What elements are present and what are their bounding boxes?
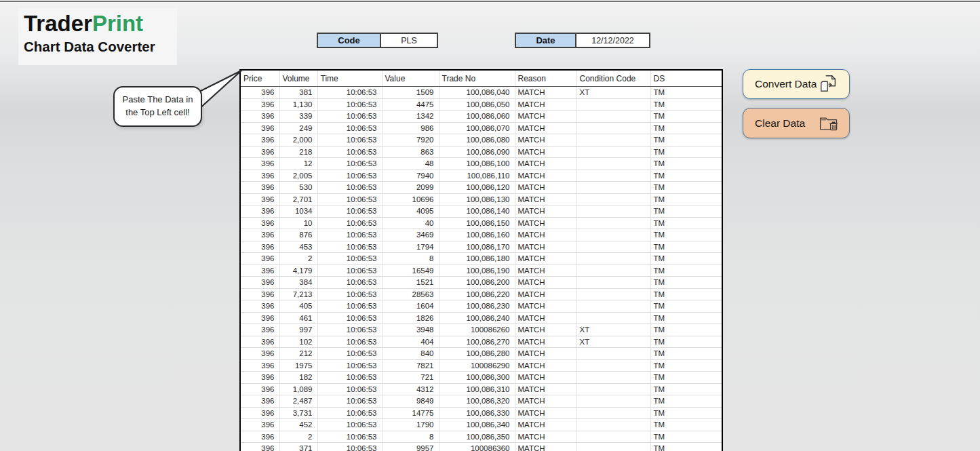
cell-ds[interactable]: TM [650, 383, 722, 395]
cell-price[interactable]: 396 [241, 146, 279, 158]
cell-condition-code[interactable] [576, 253, 650, 265]
cell-reason[interactable]: MATCH [515, 217, 576, 229]
cell-reason[interactable]: MATCH [515, 407, 576, 419]
cell-trade-no[interactable]: 100,086,220 [439, 288, 515, 300]
cell-volume[interactable]: 405 [279, 300, 317, 313]
cell-price[interactable]: 396 [241, 111, 279, 123]
cell-value[interactable]: 7920 [382, 134, 439, 146]
cell-reason[interactable]: MATCH [515, 443, 576, 451]
cell-volume[interactable]: 530 [279, 182, 317, 194]
cell-condition-code[interactable] [576, 229, 650, 241]
cell-reason[interactable]: MATCH [515, 383, 576, 395]
cell-volume[interactable]: 3,731 [279, 407, 317, 419]
cell-ds[interactable]: TM [650, 407, 722, 419]
cell-value[interactable]: 3948 [382, 324, 439, 336]
cell-price[interactable]: 396 [241, 348, 279, 360]
cell-volume[interactable]: 102 [279, 336, 317, 348]
cell-value[interactable]: 8 [382, 431, 439, 443]
cell-time[interactable]: 10:06:53 [317, 336, 382, 348]
cell-ds[interactable]: TM [650, 431, 722, 443]
cell-reason[interactable]: MATCH [515, 419, 576, 431]
cell-price[interactable]: 396 [241, 229, 279, 241]
cell-trade-no[interactable]: 100,086,180 [439, 253, 515, 265]
cell-trade-no[interactable]: 100,086,040 [439, 87, 515, 99]
cell-ds[interactable]: TM [650, 395, 722, 408]
cell-ds[interactable]: TM [650, 87, 722, 99]
cell-time[interactable]: 10:06:53 [317, 288, 382, 300]
cell-condition-code[interactable] [576, 205, 650, 218]
cell-ds[interactable]: TM [650, 419, 722, 431]
cell-trade-no[interactable]: 100,086,200 [439, 277, 515, 289]
cell-ds[interactable]: TM [650, 443, 722, 451]
cell-volume[interactable]: 1,089 [279, 383, 317, 395]
cell-volume[interactable]: 7,213 [279, 288, 317, 300]
cell-reason[interactable]: MATCH [515, 170, 576, 182]
cell-volume[interactable]: 2,005 [279, 170, 317, 182]
cell-reason[interactable]: MATCH [515, 300, 576, 313]
cell-ds[interactable]: TM [650, 241, 722, 253]
cell-trade-no[interactable]: 100,086,050 [439, 98, 515, 111]
cell-trade-no[interactable]: 100,086,350 [439, 431, 515, 443]
cell-ds[interactable]: TM [650, 359, 722, 372]
cell-trade-no[interactable]: 100,086,170 [439, 241, 515, 253]
convert-data-button[interactable]: Convert Data [743, 69, 850, 99]
cell-reason[interactable]: MATCH [515, 182, 576, 194]
cell-trade-no[interactable]: 100,086,090 [439, 146, 515, 158]
cell-value[interactable]: 1509 [382, 87, 439, 99]
cell-value[interactable]: 28563 [382, 288, 439, 300]
cell-volume[interactable]: 2,487 [279, 395, 317, 408]
cell-value[interactable]: 14775 [382, 407, 439, 419]
cell-trade-no[interactable]: 100,086,080 [439, 134, 515, 146]
cell-price[interactable]: 396 [241, 277, 279, 289]
cell-reason[interactable]: MATCH [515, 146, 576, 158]
cell-volume[interactable]: 2 [279, 253, 317, 265]
cell-volume[interactable]: 876 [279, 229, 317, 241]
cell-price[interactable]: 396 [241, 419, 279, 431]
cell-ds[interactable]: TM [650, 336, 722, 348]
cell-reason[interactable]: MATCH [515, 134, 576, 146]
cell-volume[interactable]: 2,000 [279, 134, 317, 146]
cell-time[interactable]: 10:06:53 [317, 146, 382, 158]
cell-condition-code[interactable] [576, 264, 650, 277]
cell-reason[interactable]: MATCH [515, 98, 576, 111]
cell-volume[interactable]: 218 [279, 146, 317, 158]
cell-trade-no[interactable]: 100,086,190 [439, 264, 515, 277]
cell-ds[interactable]: TM [650, 264, 722, 277]
cell-reason[interactable]: MATCH [515, 324, 576, 336]
cell-trade-no[interactable]: 100,086,140 [439, 205, 515, 218]
cell-volume[interactable]: 1034 [279, 205, 317, 218]
cell-ds[interactable]: TM [650, 312, 722, 324]
cell-trade-no[interactable]: 100,086,330 [439, 407, 515, 419]
cell-ds[interactable]: TM [650, 170, 722, 182]
cell-trade-no[interactable]: 100,086,160 [439, 229, 515, 241]
cell-reason[interactable]: MATCH [515, 431, 576, 443]
cell-trade-no[interactable]: 100,086,320 [439, 395, 515, 408]
cell-time[interactable]: 10:06:53 [317, 158, 382, 170]
cell-condition-code[interactable] [576, 443, 650, 451]
cell-price[interactable]: 396 [241, 205, 279, 218]
column-header-trade-no[interactable]: Trade No [439, 71, 515, 87]
cell-price[interactable]: 396 [241, 336, 279, 348]
cell-condition-code[interactable] [576, 241, 650, 253]
cell-trade-no[interactable]: 100,086,130 [439, 193, 515, 205]
cell-value[interactable]: 1604 [382, 300, 439, 313]
cell-value[interactable]: 1790 [382, 419, 439, 431]
cell-condition-code[interactable] [576, 193, 650, 205]
cell-value[interactable]: 7940 [382, 170, 439, 182]
cell-value[interactable]: 721 [382, 372, 439, 384]
cell-condition-code[interactable] [576, 419, 650, 431]
cell-ds[interactable]: TM [650, 229, 722, 241]
cell-price[interactable]: 396 [241, 407, 279, 419]
cell-volume[interactable]: 10 [279, 217, 317, 229]
cell-time[interactable]: 10:06:53 [317, 372, 382, 384]
cell-value[interactable]: 9957 [382, 443, 439, 451]
cell-reason[interactable]: MATCH [515, 288, 576, 300]
cell-value[interactable]: 10696 [382, 193, 439, 205]
cell-time[interactable]: 10:06:53 [317, 277, 382, 289]
cell-ds[interactable]: TM [650, 372, 722, 384]
cell-value[interactable]: 48 [382, 158, 439, 170]
cell-price[interactable]: 396 [241, 98, 279, 111]
cell-trade-no[interactable]: 100,086,100 [439, 158, 515, 170]
cell-volume[interactable]: 2 [279, 431, 317, 443]
cell-trade-no[interactable]: 100,086,110 [439, 170, 515, 182]
